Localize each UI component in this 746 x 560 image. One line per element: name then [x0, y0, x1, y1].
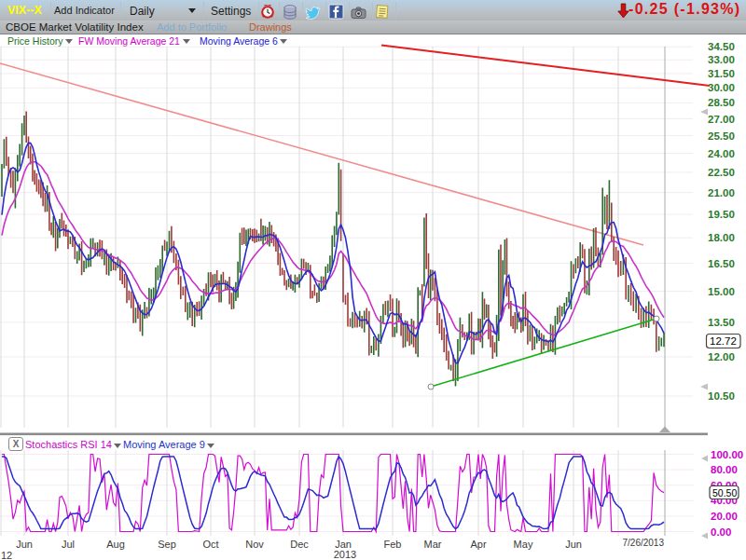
svg-text:33.00: 33.00 [708, 54, 735, 65]
svg-text:Apr: Apr [470, 539, 486, 550]
svg-text:50.50: 50.50 [712, 487, 737, 499]
svg-text:May: May [514, 539, 533, 550]
svg-text:16.50: 16.50 [708, 258, 735, 269]
svg-text:25.50: 25.50 [708, 130, 735, 142]
svg-text:27.00: 27.00 [708, 114, 735, 125]
svg-text:34.50: 34.50 [708, 41, 735, 52]
svg-text:12: 12 [1, 550, 12, 560]
svg-text:22.50: 22.50 [708, 167, 735, 178]
svg-text:Aug: Aug [106, 539, 125, 550]
svg-text:2013: 2013 [334, 549, 356, 560]
svg-text:80.00: 80.00 [711, 464, 738, 475]
svg-text:30.00: 30.00 [708, 82, 735, 93]
svg-text:0.00: 0.00 [711, 526, 731, 538]
svg-text:13.50: 13.50 [708, 317, 735, 328]
svg-text:Jul: Jul [62, 539, 75, 550]
svg-text:21.00: 21.00 [708, 187, 735, 198]
svg-text:Mar: Mar [424, 539, 442, 550]
svg-text:20.00: 20.00 [711, 511, 738, 522]
svg-text:12.00: 12.00 [708, 351, 735, 362]
svg-text:Sep: Sep [158, 539, 176, 550]
svg-text:100.00: 100.00 [711, 449, 743, 460]
svg-text:Feb: Feb [384, 539, 402, 550]
svg-text:Jun: Jun [16, 539, 33, 550]
svg-text:Oct: Oct [202, 539, 218, 550]
svg-text:7/26/2013: 7/26/2013 [623, 538, 665, 548]
svg-text:31.50: 31.50 [708, 68, 735, 79]
svg-text:15.00: 15.00 [708, 286, 735, 297]
svg-text:Nov: Nov [245, 539, 264, 550]
svg-text:10.50: 10.50 [708, 390, 735, 402]
svg-text:18.00: 18.00 [708, 232, 735, 243]
svg-text:19.50: 19.50 [708, 209, 735, 220]
svg-text:Dec: Dec [290, 539, 309, 550]
svg-text:Jun: Jun [565, 539, 582, 550]
svg-text:24.00: 24.00 [708, 148, 735, 159]
svg-text:28.50: 28.50 [708, 97, 735, 108]
svg-text:12.72: 12.72 [710, 335, 737, 347]
